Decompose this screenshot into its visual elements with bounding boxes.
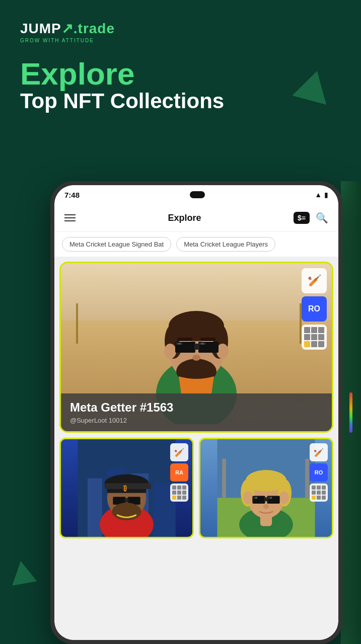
search-icon[interactable]: 🔍 — [316, 212, 328, 224]
hamburger-menu[interactable] — [64, 214, 76, 221]
bottom-cards: ₿ 🏏 — [59, 438, 333, 538]
content-area: 🏏 RO — [54, 257, 338, 640]
svg-rect-21 — [199, 343, 201, 345]
small-cricket-icon-left: 🏏 — [170, 443, 188, 461]
cricket-bat-small-left: 🏏 — [174, 448, 184, 457]
logo-container: JUMP↗.trade GROW WITH ATTITUDE — [20, 20, 341, 43]
svg-rect-59 — [270, 497, 272, 499]
logo-text: JUMP↗.trade — [20, 20, 115, 37]
camera-notch — [190, 191, 205, 198]
small-card-right-badges: 🏏 RO — [310, 443, 328, 502]
wallet-button[interactable]: $≡ — [294, 212, 310, 224]
right-phone-edge — [341, 181, 361, 644]
svg-point-7 — [164, 344, 176, 359]
nav-right: $≡ 🔍 — [294, 212, 328, 224]
svg-rect-44 — [305, 459, 309, 498]
ra-badge-left: RA — [170, 463, 188, 481]
card-subtitle: @SuperLoot 10012 — [70, 417, 323, 424]
nft-badges: 🏏 RO — [302, 268, 327, 350]
svg-point-51 — [243, 492, 253, 504]
hero-title: Explore Top NFT Collections — [20, 58, 341, 113]
svg-rect-13 — [177, 338, 192, 341]
hero-subtitle: Top NFT Collections — [20, 90, 341, 113]
svg-rect-55 — [264, 497, 268, 501]
svg-rect-57 — [255, 497, 257, 499]
nav-title: Explore — [168, 213, 201, 223]
svg-rect-26 — [88, 478, 102, 537]
svg-rect-22 — [201, 343, 203, 345]
svg-point-24 — [192, 355, 200, 361]
svg-point-52 — [279, 492, 289, 504]
stadium-post-left — [76, 303, 78, 344]
top-nav: Explore $≡ 🔍 — [54, 204, 338, 232]
svg-rect-18 — [176, 343, 178, 345]
cricket-bat-icon: 🏏 — [308, 274, 321, 287]
svg-point-60 — [263, 504, 269, 509]
svg-rect-20 — [180, 343, 182, 345]
rainbow-stripe — [349, 392, 352, 433]
status-time: 7:48 — [64, 191, 80, 199]
small-card-left[interactable]: ₿ 🏏 — [59, 438, 194, 538]
card-info: Meta Getter #1563 @SuperLoot 10012 — [61, 393, 332, 431]
small-card-right[interactable]: 🏏 RO — [199, 438, 333, 538]
tab-players[interactable]: Meta Cricket League Players — [176, 237, 275, 252]
svg-rect-23 — [203, 343, 205, 345]
status-bar: 7:48 ▲ ▮ — [54, 185, 338, 204]
bg-triangle-bottom-decoration — [8, 559, 37, 586]
explore-heading: Explore — [20, 58, 341, 90]
wifi-icon: ▲ — [315, 191, 322, 199]
featured-image: 🏏 RO — [61, 263, 332, 431]
svg-rect-58 — [268, 497, 270, 499]
small-card-left-badges: 🏏 RA — [170, 443, 188, 502]
svg-rect-39 — [125, 498, 129, 502]
cricket-bat-small-right: 🏏 — [314, 448, 324, 457]
featured-card[interactable]: 🏏 RO — [59, 262, 333, 433]
logo-trade: .trade — [74, 21, 115, 36]
svg-rect-35 — [105, 483, 151, 489]
status-icons: ▲ ▮ — [315, 191, 328, 199]
small-grid-badge-right — [310, 484, 328, 502]
svg-rect-17 — [194, 344, 199, 350]
svg-rect-56 — [253, 497, 255, 499]
battery-icon: ▮ — [324, 191, 328, 199]
header-area: JUMP↗.trade GROW WITH ATTITUDE Explore T… — [20, 20, 341, 113]
tabs-container: Meta Cricket League Signed Bat Meta Cric… — [54, 232, 338, 257]
small-cricket-icon-right: 🏏 — [310, 443, 328, 461]
svg-rect-19 — [178, 343, 180, 345]
ro-badge-right: RO — [310, 463, 328, 481]
phone-mockup: 7:48 ▲ ▮ Explore $≡ 🔍 Meta — [50, 181, 342, 644]
tab-signed-bat[interactable]: Meta Cricket League Signed Bat — [62, 237, 171, 252]
logo-arrow: ↗ — [61, 21, 74, 36]
svg-rect-43 — [222, 459, 226, 498]
card-title: Meta Getter #1563 — [70, 400, 323, 415]
cricket-badge-icon: 🏏 — [302, 268, 327, 293]
grid-badge — [302, 325, 327, 350]
phone-screen: 7:48 ▲ ▮ Explore $≡ 🔍 Meta — [54, 185, 338, 640]
logo: JUMP↗.trade GROW WITH ATTITUDE — [20, 20, 115, 43]
small-grid-badge-left — [170, 484, 188, 502]
logo-jump: JUMP — [20, 21, 61, 36]
svg-rect-14 — [200, 338, 215, 341]
ro-badge: RO — [302, 296, 327, 321]
svg-text:₿: ₿ — [123, 485, 127, 492]
logo-tagline: GROW WITH ATTITUDE — [20, 38, 115, 43]
